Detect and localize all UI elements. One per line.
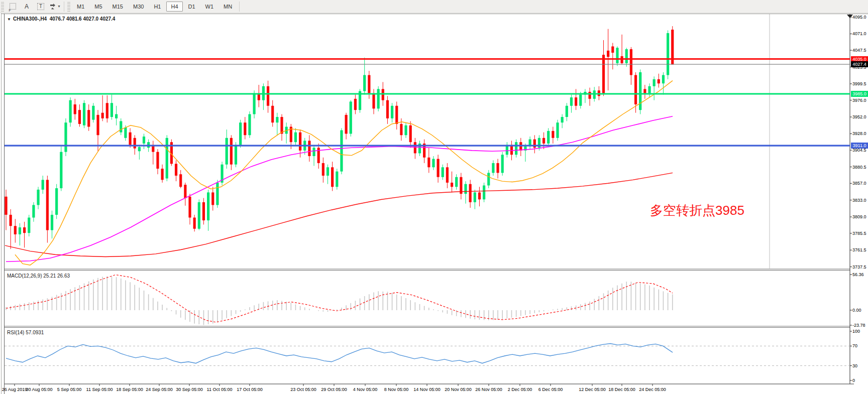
candle-body (143, 137, 145, 144)
time-axis-label: 26 Aug 2019 (2, 387, 28, 392)
candle-body (32, 205, 35, 217)
candle-body (556, 122, 559, 138)
price-badge-current: 4027.4 (851, 61, 868, 67)
price-axis-label: 3809.0 (852, 214, 866, 219)
candle-body (267, 86, 269, 106)
candle-body (552, 131, 554, 138)
candle-body (331, 167, 334, 187)
candle-body (658, 79, 660, 83)
time-axis-label: 4 Nov 05:00 (353, 387, 378, 392)
time-axis-label: 18 Dec 05:00 (608, 387, 635, 392)
price-axis-label: 4071.0 (852, 31, 866, 36)
price-axis-label: 3857.0 (852, 181, 866, 186)
candle-body (340, 130, 343, 172)
candle-body (138, 147, 141, 151)
candle-body (37, 190, 39, 205)
rsi-axis-label: 100 (852, 329, 860, 334)
candle-body (386, 100, 389, 118)
price-badge-pivot: 3911.0 (851, 143, 868, 149)
candle-body (648, 86, 650, 93)
candle-body (78, 110, 81, 124)
candle-body (455, 177, 458, 187)
price-axis-label: 3737.5 (852, 265, 866, 270)
candle-body (395, 106, 398, 124)
candle-body (42, 180, 44, 189)
candle-body (363, 75, 366, 91)
candle-body (414, 142, 416, 153)
candle-body (354, 99, 357, 110)
candle-body (46, 180, 49, 230)
time-axis-label: 8 Nov 05:00 (384, 387, 409, 392)
candle-body (345, 115, 348, 134)
candle-body (474, 192, 476, 202)
candle-body (120, 121, 122, 132)
candle-body (469, 184, 472, 202)
candle-body (446, 167, 449, 183)
candle-body (83, 103, 85, 125)
price-axis-label: 3952.0 (852, 114, 866, 119)
price-axis-label: 3833.0 (852, 198, 866, 203)
price-chart[interactable]: 4095.04071.04047.54023.53999.53976.03952… (0, 0, 868, 394)
candle-body (625, 49, 628, 63)
ma-mid-magenta-line (6, 116, 673, 262)
time-axis-label: 11 Oct 05:00 (207, 387, 233, 392)
candle-body (643, 89, 646, 93)
candle-body (51, 215, 53, 230)
candle-body (101, 113, 104, 118)
candle-body (253, 93, 256, 114)
candle-body (87, 110, 90, 126)
text-annotation[interactable]: 多空转折点3985 (650, 202, 744, 219)
candle-body (570, 97, 573, 106)
price-axis-label: 4095.0 (852, 15, 866, 20)
candle-body (124, 127, 127, 138)
candle-body (561, 117, 564, 122)
rsi-axis-label: 70 (852, 343, 857, 348)
candle-body (308, 141, 310, 156)
rsi-axis-label: 0 (852, 378, 855, 383)
candle-body (5, 197, 7, 215)
time-axis-label: 26 Nov 05:00 (475, 387, 502, 392)
candle-body (184, 185, 186, 198)
candle-body (10, 215, 12, 226)
time-axis-label: 5 Sep 05:00 (57, 387, 82, 392)
candle-body (391, 106, 393, 118)
time-axis-label: 29 Oct 05:00 (321, 387, 347, 392)
time-axis-label: 2 Dec 05:00 (508, 387, 532, 392)
price-axis-label: 3785.5 (852, 231, 866, 236)
ma-fast-orange-line (15, 81, 673, 265)
time-axis-label: 24 Sep 05:00 (146, 387, 173, 392)
candle-body (276, 117, 278, 122)
candle-body (134, 138, 136, 149)
macd-indicator-label: MACD(12,26,9) 25.21 26.63 (7, 273, 70, 279)
candle-body (156, 152, 159, 169)
candle-body (161, 169, 164, 180)
candle-body (451, 183, 453, 187)
price-axis-label: 4047.5 (852, 48, 866, 53)
candle-body (207, 192, 209, 220)
candle-body (115, 114, 118, 118)
candle-body (336, 172, 338, 187)
candle-body (202, 202, 205, 220)
candle-body (198, 202, 200, 229)
candle-body (322, 163, 324, 176)
time-axis-label: 17 Oct 05:00 (237, 387, 263, 392)
candle-body (611, 46, 614, 53)
time-axis-label: 6 Dec 05:00 (538, 387, 563, 392)
candle-body (501, 155, 504, 173)
candle-body (634, 75, 637, 104)
time-axis-label: 30 Sep 05:00 (176, 387, 203, 392)
candle-body (111, 103, 113, 117)
candle-body (55, 188, 58, 215)
candle-body (483, 185, 485, 199)
candle-body (579, 95, 582, 106)
chart-ohlc-values: 4076.7 4081.6 4027.0 4027.4 (50, 16, 116, 22)
candle-body (437, 159, 440, 177)
candle-body (280, 117, 283, 134)
price-axis-label: 3999.5 (852, 81, 866, 86)
chart-dropdown-icon[interactable]: ▼ (7, 17, 11, 22)
candle-body (216, 183, 219, 205)
candle-body (226, 138, 228, 165)
candle-body (327, 167, 329, 176)
candle-body (175, 164, 177, 176)
time-axis-label: 12 Dec 05:00 (579, 387, 606, 392)
